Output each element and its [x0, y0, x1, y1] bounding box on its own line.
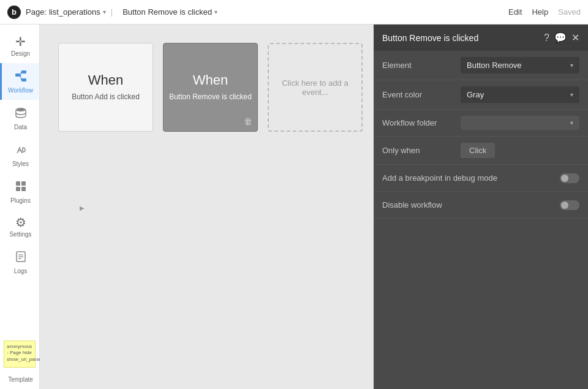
sidebar-bottom: anonymous - Page hide show_url_param Tem…: [0, 336, 39, 389]
workflow-folder-chevron-icon: ▾: [570, 119, 573, 126]
svg-rect-10: [21, 187, 26, 191]
sidebar-item-plugins[interactable]: Plugins: [0, 173, 39, 210]
svg-rect-8: [21, 181, 26, 186]
card-remove-subtitle: Button Remove is clicked: [169, 92, 252, 102]
element-label: Element: [382, 61, 456, 70]
svg-rect-1: [21, 70, 26, 74]
panel-close-icon[interactable]: ✕: [571, 32, 579, 43]
event-color-chevron-icon: ▾: [570, 91, 573, 98]
sidebar-label-template: Template: [8, 376, 33, 383]
panel: Button Remove is clicked ? 💬 ✕ Element B…: [374, 25, 588, 389]
topbar: b Page: list_operations ▾ | Button Remov…: [0, 0, 588, 25]
page-selector[interactable]: Page: list_operations ▾: [26, 7, 106, 17]
delete-card-icon[interactable]: 🗑: [244, 116, 252, 126]
sidebar: ✛ Design Workflow: [0, 25, 40, 389]
plugins-icon: [14, 179, 28, 195]
svg-line-3: [20, 72, 21, 75]
settings-icon: ⚙: [15, 216, 26, 228]
event-color-label: Event color: [382, 90, 456, 99]
element-chevron-icon: ▾: [570, 62, 573, 69]
card-remove-title: When: [193, 72, 228, 88]
panel-row-only-when: Only when Click: [374, 137, 588, 165]
workflow-card-remove[interactable]: When Button Remove is clicked 🗑: [163, 43, 258, 132]
separator: |: [111, 7, 113, 17]
workflow-folder-select[interactable]: ▾: [461, 116, 579, 130]
panel-comment-icon[interactable]: 💬: [554, 32, 567, 43]
sidebar-item-logs[interactable]: Logs: [0, 244, 39, 281]
sidebar-label-workflow: Workflow: [8, 87, 33, 94]
event-chevron-icon: ▾: [214, 9, 217, 15]
element-value: Button Remove: [467, 61, 522, 70]
styles-icon: [14, 143, 28, 158]
sidebar-label-logs: Logs: [14, 268, 28, 274]
help-button[interactable]: Help: [532, 7, 548, 17]
event-color-value: Gray: [467, 90, 484, 99]
sidebar-item-settings[interactable]: ⚙ Settings: [0, 210, 39, 244]
sticky-note[interactable]: anonymous - Page hide show_url_param: [4, 341, 36, 368]
workflow-card-add[interactable]: When Button Add is clicked: [58, 43, 153, 132]
only-when-label: Only when: [382, 146, 456, 155]
sidebar-item-styles[interactable]: Styles: [0, 137, 39, 173]
panel-row-breakpoint: Add a breakpoint in debug mode: [374, 165, 588, 192]
sidebar-expand-icon[interactable]: ▶: [80, 205, 85, 211]
canvas: ▶ When Button Add is clicked When Button…: [40, 25, 588, 389]
disable-toggle[interactable]: [560, 200, 579, 210]
sidebar-label-design: Design: [11, 50, 30, 57]
breakpoint-toggle[interactable]: [560, 173, 579, 183]
disable-label: Disable workflow: [382, 200, 555, 210]
svg-rect-0: [15, 74, 20, 77]
svg-point-5: [16, 108, 26, 111]
panel-row-workflow-folder: Workflow folder ▾: [374, 110, 588, 137]
logo: b: [7, 6, 21, 19]
sidebar-label-styles: Styles: [12, 161, 29, 167]
edit-button[interactable]: Edit: [508, 7, 522, 17]
page-name: list_operations: [49, 7, 100, 17]
element-select[interactable]: Button Remove ▾: [461, 57, 579, 74]
panel-row-element: Element Button Remove ▾: [374, 51, 588, 80]
event-name: Button Remove is clicked: [123, 7, 212, 17]
workflow-icon: [14, 69, 28, 85]
sidebar-item-design[interactable]: ✛ Design: [0, 29, 39, 63]
breakpoint-label: Add a breakpoint in debug mode: [382, 173, 555, 183]
svg-rect-2: [21, 78, 26, 81]
data-icon: [14, 106, 28, 121]
add-event-card[interactable]: Click here to add a event...: [268, 43, 363, 132]
topbar-actions: Edit Help Saved: [508, 7, 581, 17]
panel-header: Button Remove is clicked ? 💬 ✕: [374, 25, 588, 51]
panel-body: Element Button Remove ▾ Event color Gray…: [374, 51, 588, 389]
sidebar-label-settings: Settings: [9, 231, 31, 238]
sidebar-item-template[interactable]: Template: [0, 372, 39, 389]
card-add-subtitle: Button Add is clicked: [72, 92, 140, 102]
event-color-select[interactable]: Gray ▾: [461, 86, 579, 103]
only-when-click-button[interactable]: Click: [461, 143, 495, 158]
event-selector[interactable]: Button Remove is clicked ▾: [123, 7, 217, 17]
svg-rect-7: [16, 181, 20, 186]
page-chevron-icon: ▾: [103, 9, 106, 15]
saved-status: Saved: [558, 7, 581, 17]
logs-icon: [14, 250, 28, 265]
main-layout: ✛ Design Workflow: [0, 25, 588, 389]
panel-help-icon[interactable]: ?: [544, 32, 549, 43]
workflow-folder-label: Workflow folder: [382, 118, 456, 127]
sidebar-label-data: Data: [14, 124, 27, 130]
add-event-label: Click here to add a event...: [279, 78, 352, 97]
panel-row-event-color: Event color Gray ▾: [374, 80, 588, 110]
svg-line-4: [20, 75, 21, 80]
card-add-title: When: [88, 72, 123, 88]
design-icon: ✛: [15, 36, 26, 48]
sidebar-item-workflow[interactable]: Workflow: [0, 63, 39, 100]
sidebar-label-plugins: Plugins: [10, 197, 31, 204]
panel-row-disable: Disable workflow: [374, 192, 588, 219]
page-label: Page:: [26, 7, 47, 17]
panel-title: Button Remove is clicked: [382, 33, 539, 43]
svg-rect-9: [16, 187, 20, 191]
sidebar-item-data[interactable]: Data: [0, 100, 39, 137]
